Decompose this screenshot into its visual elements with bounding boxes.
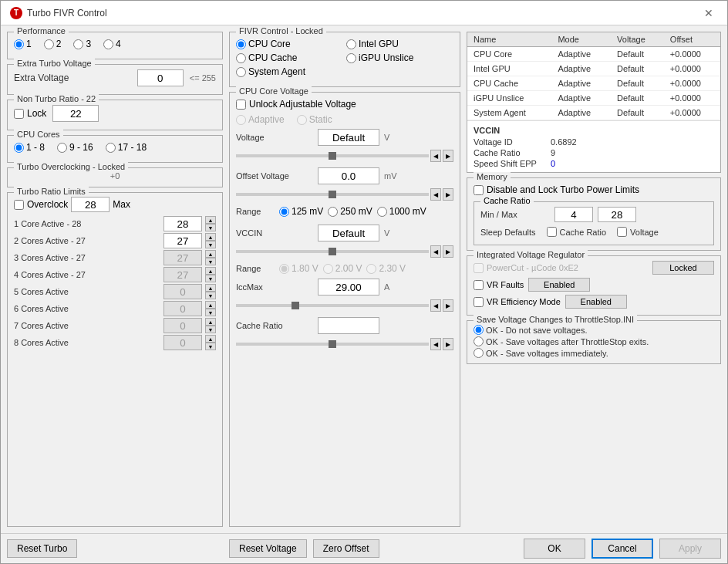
perf-2[interactable]: 2 bbox=[44, 39, 62, 49]
ratio-input-6 bbox=[163, 318, 202, 333]
iccmax-input[interactable] bbox=[318, 279, 379, 296]
perf-3[interactable]: 3 bbox=[73, 39, 91, 49]
ratio-down-7[interactable]: ▼ bbox=[205, 343, 216, 350]
max-value-input[interactable] bbox=[598, 207, 636, 222]
ratio-input-0[interactable] bbox=[163, 216, 202, 231]
cancel-button[interactable]: Cancel bbox=[592, 539, 653, 559]
non-turbo-value-input[interactable] bbox=[52, 105, 99, 122]
vccin-slider-right[interactable]: ▶ bbox=[443, 245, 453, 258]
cores-17-18[interactable]: 17 - 18 bbox=[106, 142, 147, 153]
powercut-checkbox[interactable]: PowerCut - µCode 0xE2 bbox=[474, 262, 648, 275]
ratio-up-2[interactable]: ▲ bbox=[205, 250, 216, 258]
cores-1-8[interactable]: 1 - 8 bbox=[14, 142, 45, 153]
close-button[interactable]: ✕ bbox=[699, 5, 718, 21]
sleep-cache-ratio-checkbox[interactable]: Cache Ratio bbox=[547, 225, 607, 238]
reset-voltage-button[interactable]: Reset Voltage bbox=[229, 539, 307, 558]
cache-ratio-slider[interactable] bbox=[236, 343, 429, 346]
row3-offset: +0.0000 bbox=[664, 91, 720, 106]
fivr-system-agent[interactable]: System Agent bbox=[236, 66, 343, 77]
min-value-input[interactable] bbox=[554, 207, 593, 222]
ratio-up-5[interactable]: ▲ bbox=[205, 301, 216, 309]
ratio-down-6[interactable]: ▼ bbox=[205, 326, 216, 333]
range-125[interactable]: 125 mV bbox=[279, 206, 323, 217]
performance-group: Performance 1 2 3 4 bbox=[7, 32, 223, 59]
ratio-up-7[interactable]: ▲ bbox=[205, 335, 216, 343]
ratio-up-6[interactable]: ▲ bbox=[205, 318, 216, 326]
ratio-down-1[interactable]: ▼ bbox=[205, 241, 216, 248]
ratio-down-0[interactable]: ▼ bbox=[205, 224, 216, 231]
unlock-adjustable-checkbox[interactable]: Unlock Adjustable Voltage bbox=[236, 96, 453, 113]
cache-ratio-input[interactable] bbox=[318, 317, 379, 334]
fivr-cpu-core[interactable]: CPU Core bbox=[236, 39, 343, 49]
offset-voltage-input[interactable] bbox=[318, 167, 379, 184]
cache-ratio-slider-right[interactable]: ▶ bbox=[443, 338, 453, 350]
ok-button[interactable]: OK bbox=[524, 539, 585, 559]
vccin-unit: V bbox=[384, 228, 407, 238]
vccin-range-200[interactable]: 2.00 V bbox=[323, 263, 362, 274]
voltage-input[interactable] bbox=[318, 129, 379, 146]
ratio-up-4[interactable]: ▲ bbox=[205, 284, 216, 292]
ratio-down-3[interactable]: ▼ bbox=[205, 275, 216, 282]
ratio-input-4 bbox=[163, 284, 202, 299]
ratio-down-5[interactable]: ▼ bbox=[205, 309, 216, 316]
table-row: iGPU Unslice Adaptive Default +0.0000 bbox=[467, 91, 720, 106]
overclock-value-input[interactable] bbox=[71, 197, 110, 212]
vccin-range-180[interactable]: 1.80 V bbox=[279, 263, 318, 274]
offset-slider-right[interactable]: ▶ bbox=[443, 188, 453, 201]
cache-ratio-info-label: Cache Ratio bbox=[474, 148, 551, 157]
iccmax-slider-right[interactable]: ▶ bbox=[443, 299, 453, 312]
performance-radio-row: 1 2 3 4 bbox=[14, 35, 216, 52]
range-250[interactable]: 250 mV bbox=[328, 206, 372, 217]
sleep-voltage-checkbox[interactable]: Voltage bbox=[617, 225, 659, 238]
adaptive-radio[interactable]: Adaptive bbox=[236, 114, 285, 125]
titlebar-left: T Turbo FIVR Control bbox=[10, 7, 107, 19]
ratio-spin-3: ▲ ▼ bbox=[205, 267, 216, 282]
ratio-up-0[interactable]: ▲ bbox=[205, 216, 216, 224]
reset-turbo-button[interactable]: Reset Turbo bbox=[7, 539, 77, 558]
ratio-input-3 bbox=[163, 267, 202, 282]
non-turbo-lock-checkbox[interactable]: Lock bbox=[14, 106, 46, 120]
ivr-title: Integrated Voltage Regulator bbox=[474, 250, 588, 259]
extra-voltage-input[interactable] bbox=[137, 69, 184, 86]
voltage-slider[interactable] bbox=[236, 154, 429, 157]
iccmax-row: IccMax A bbox=[236, 276, 453, 298]
fivr-cpu-cache[interactable]: CPU Cache bbox=[236, 52, 343, 63]
vccin-range-230[interactable]: 2.30 V bbox=[366, 263, 406, 274]
vr-faults-checkbox[interactable]: VR Faults bbox=[474, 279, 524, 292]
ratio-up-3[interactable]: ▲ bbox=[205, 267, 216, 275]
vr-efficiency-checkbox[interactable]: VR Efficiency Mode bbox=[474, 296, 561, 309]
voltage-slider-right[interactable]: ▶ bbox=[443, 150, 453, 162]
vccin-input[interactable] bbox=[318, 225, 379, 241]
overclock-checkbox[interactable]: Overclock bbox=[14, 198, 68, 211]
ratio-row-1: 2 Cores Active - 27 ▲ ▼ bbox=[14, 232, 216, 249]
cache-ratio-slider-left[interactable]: ◀ bbox=[430, 338, 441, 350]
fivr-intel-gpu[interactable]: Intel GPU bbox=[346, 39, 453, 49]
speed-shift-value: 0 bbox=[551, 159, 555, 168]
offset-slider-left[interactable]: ◀ bbox=[430, 188, 441, 201]
iccmax-slider-left[interactable]: ◀ bbox=[430, 299, 441, 312]
perf-1[interactable]: 1 bbox=[14, 39, 32, 49]
ratio-up-1[interactable]: ▲ bbox=[205, 233, 216, 241]
row0-voltage: Default bbox=[611, 47, 664, 62]
vccin-slider[interactable] bbox=[236, 250, 429, 253]
apply-button[interactable]: Apply bbox=[659, 539, 721, 559]
offset-voltage-label: Offset Voltage bbox=[236, 171, 313, 181]
fivr-igpu-unslice[interactable]: iGPU Unslice bbox=[346, 52, 453, 63]
row0-name: CPU Core bbox=[467, 47, 551, 62]
row1-mode: Adaptive bbox=[551, 62, 611, 76]
col-name: Name bbox=[467, 32, 551, 47]
cores-9-16[interactable]: 9 - 16 bbox=[57, 142, 93, 153]
ratio-down-2[interactable]: ▼ bbox=[205, 258, 216, 265]
range-1000[interactable]: 1000 mV bbox=[377, 206, 426, 217]
vccin-slider-left[interactable]: ◀ bbox=[430, 245, 441, 258]
iccmax-label: IccMax bbox=[236, 282, 313, 292]
zero-offset-button[interactable]: Zero Offset bbox=[313, 539, 379, 558]
static-radio[interactable]: Static bbox=[297, 114, 332, 125]
row1-voltage: Default bbox=[611, 62, 664, 76]
voltage-slider-left[interactable]: ◀ bbox=[430, 150, 441, 162]
perf-4[interactable]: 4 bbox=[103, 39, 121, 49]
iccmax-slider[interactable] bbox=[236, 304, 429, 307]
ratio-down-4[interactable]: ▼ bbox=[205, 292, 216, 299]
offset-slider[interactable] bbox=[236, 193, 429, 196]
ratio-input-1[interactable] bbox=[163, 233, 202, 248]
